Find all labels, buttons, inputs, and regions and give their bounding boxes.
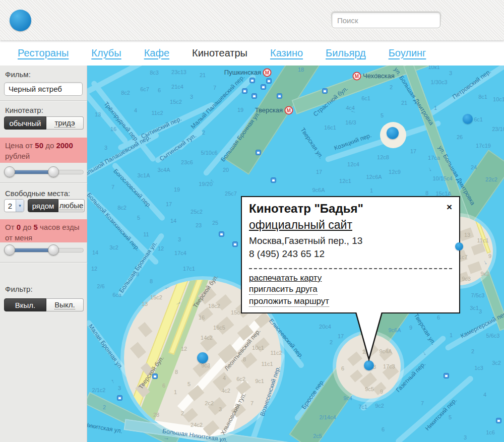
building-number: 8с3 bbox=[150, 70, 159, 76]
building-number: 3с2 bbox=[492, 360, 501, 366]
map-marker-1[interactable] bbox=[387, 127, 399, 139]
metro-icon: М bbox=[353, 72, 361, 81]
building-number: 19 bbox=[174, 186, 180, 193]
bus-stop-icon bbox=[249, 78, 255, 83]
building-number: 16 bbox=[199, 314, 205, 321]
building-number: 4 bbox=[483, 392, 486, 398]
building-number: 12 bbox=[181, 346, 187, 352]
street-label: Сытинский туп. bbox=[158, 132, 198, 163]
building-number: 6 bbox=[437, 314, 440, 321]
building-number: 9с6А bbox=[388, 327, 401, 333]
building-number: 7/5с3 bbox=[471, 292, 485, 298]
bus-stop-icon bbox=[266, 78, 272, 84]
building-number: 5 bbox=[449, 414, 452, 420]
street-label: Малая Бронная ул. bbox=[87, 323, 124, 370]
price-slider-handle-max[interactable] bbox=[48, 166, 59, 177]
street-label: Никитская ул. bbox=[87, 421, 123, 434]
map-marker-4[interactable] bbox=[364, 360, 374, 370]
close-icon[interactable]: × bbox=[447, 202, 452, 212]
app-logo-icon[interactable] bbox=[10, 10, 31, 31]
map-marker-5[interactable] bbox=[455, 242, 463, 250]
building-number: 8 bbox=[425, 190, 428, 196]
balloon-title: Кинотеатр "Бадья" bbox=[249, 201, 449, 216]
building-number: 23/10 bbox=[492, 126, 504, 132]
direction-arrow-icon: → bbox=[163, 433, 170, 442]
balloon-link-1[interactable]: распечатать карту bbox=[249, 272, 322, 284]
building-number: 17 bbox=[410, 148, 416, 154]
cinema-type-toggle: обычныйтридэ bbox=[4, 116, 84, 130]
map-marker-3[interactable] bbox=[197, 352, 208, 363]
building-number: 1 bbox=[434, 105, 437, 111]
bus-stop-icon bbox=[117, 395, 122, 401]
balloon-link-2[interactable]: пригласить друга bbox=[249, 284, 318, 295]
street-label: Тверская ул. bbox=[299, 127, 325, 160]
time-slider bbox=[4, 244, 84, 256]
building-number: 5 bbox=[137, 215, 140, 221]
building-number: 15с2 bbox=[150, 294, 162, 300]
building-number: 14 bbox=[92, 249, 98, 256]
seats-select-value: 2 bbox=[5, 200, 16, 212]
tab-1[interactable]: Рестораны bbox=[18, 47, 69, 59]
time-range-box: От 0 до 5 часов езды от меня bbox=[0, 219, 87, 242]
filter-option-1[interactable]: Вкыл. bbox=[4, 298, 46, 311]
tab-3[interactable]: Кафе bbox=[144, 47, 169, 59]
bus-stop-icon bbox=[261, 84, 266, 90]
official-site-link[interactable]: официальный сайт bbox=[249, 217, 352, 232]
building-number: 3 bbox=[104, 145, 107, 151]
filter-option-2[interactable]: Выкл. bbox=[46, 298, 84, 311]
direction-arrow-icon: → bbox=[155, 129, 161, 136]
bus-stop-icon bbox=[242, 88, 247, 94]
search-input[interactable] bbox=[332, 12, 440, 28]
building-number: 5 bbox=[187, 381, 191, 387]
tab-5[interactable]: Казино bbox=[270, 47, 303, 59]
divider bbox=[0, 100, 87, 101]
building-number: 17с4 bbox=[174, 250, 186, 256]
map-canvas[interactable]: Трёхпрудный пер.Сытинский пер.Сытинский … bbox=[87, 66, 504, 442]
seats-option-2[interactable]: любые bbox=[58, 199, 85, 212]
cinema-option-1[interactable]: обычный bbox=[4, 116, 46, 130]
building-number: 10к1 bbox=[428, 66, 439, 70]
building-shape bbox=[138, 322, 152, 337]
tab-4[interactable]: Кинотеатры bbox=[192, 47, 247, 59]
tab-7[interactable]: Боулинг bbox=[389, 47, 426, 59]
street-label: Большой Козихинский пер. bbox=[87, 192, 141, 252]
building-number: 23 bbox=[196, 222, 202, 228]
balloon-link-3[interactable]: проложить маршрут bbox=[249, 296, 329, 307]
building-number: 3 bbox=[449, 70, 452, 76]
building-number: 3 bbox=[190, 94, 193, 100]
tab-2[interactable]: Клубы bbox=[91, 47, 121, 59]
building-number: 11с1 bbox=[261, 361, 273, 367]
time-mid: до bbox=[23, 223, 31, 231]
cinema-option-2[interactable]: тридэ bbox=[46, 116, 84, 130]
building-number: 9с3 bbox=[462, 276, 471, 282]
building-number: 17са bbox=[428, 155, 440, 161]
building-number: 2 bbox=[181, 410, 184, 416]
building-number: 3 bbox=[118, 385, 121, 391]
building-number: 10с1 bbox=[493, 96, 504, 102]
map-marker-2[interactable] bbox=[463, 114, 473, 124]
time-slider-handle-min[interactable] bbox=[4, 244, 15, 256]
tab-6[interactable]: Бильярд bbox=[326, 47, 366, 59]
metro-label: Тверская bbox=[255, 106, 283, 114]
building-shape bbox=[130, 342, 146, 359]
building-number: 23с13 bbox=[171, 69, 186, 75]
building-number: 2 bbox=[103, 404, 106, 410]
seats-option-1[interactable]: рядом bbox=[28, 199, 58, 212]
building-number: 24 bbox=[471, 164, 477, 170]
time-slider-handle-max[interactable] bbox=[48, 244, 59, 256]
time-max: 5 bbox=[34, 223, 38, 231]
building-number: 20 bbox=[223, 167, 229, 173]
bus-stop-icon bbox=[322, 88, 328, 94]
building-number: 11с2 bbox=[270, 350, 282, 356]
price-slider-handle-min[interactable] bbox=[4, 166, 15, 177]
building-number: 17с19 bbox=[476, 143, 491, 149]
building-number: 7с1 bbox=[358, 404, 367, 410]
building-number: 6с1 bbox=[361, 95, 370, 101]
building-number: 6 bbox=[158, 87, 161, 93]
divider bbox=[0, 182, 87, 183]
film-input[interactable] bbox=[4, 82, 83, 96]
seats-select[interactable]: 2 ▾ bbox=[4, 199, 24, 212]
building-number: 16/3 bbox=[345, 119, 356, 125]
building-number: 17 bbox=[316, 169, 322, 175]
balloon-address: Москва,Газетный пер., 13 bbox=[249, 234, 449, 247]
